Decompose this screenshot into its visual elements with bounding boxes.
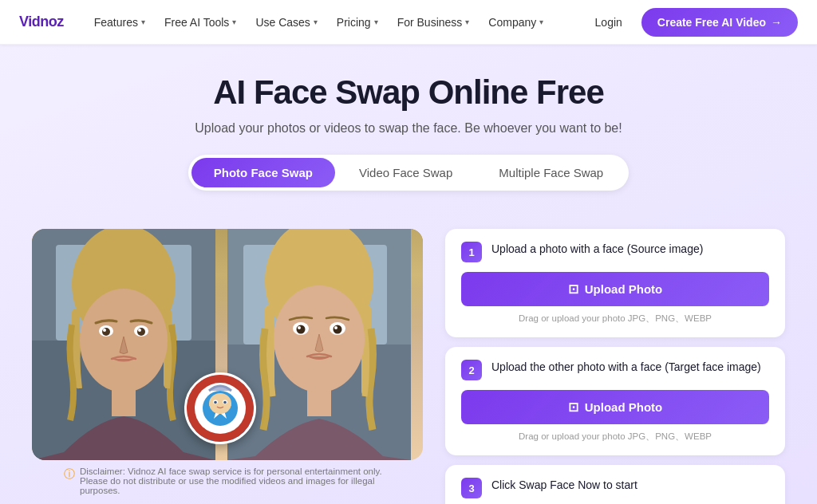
nav-right: Login Create Free AI Video → <box>586 8 798 37</box>
upload-icon: ⊡ <box>568 400 578 415</box>
portrait-overlay <box>184 372 256 444</box>
svg-point-12 <box>103 329 106 332</box>
svg-point-26 <box>334 325 342 334</box>
face-swap-demo-image: ↷ <box>32 229 423 460</box>
arrow-icon: → <box>771 16 782 29</box>
svg-point-10 <box>102 328 110 336</box>
tab-photo-face-swap[interactable]: Photo Face Swap <box>191 158 335 187</box>
step-3-header: 3 Click Swap Face Now to start <box>461 478 769 498</box>
step-2-number: 2 <box>461 360 482 380</box>
upload-icon: ⊡ <box>568 282 578 297</box>
step-2-header: 2 Upload the other photo with a face (Ta… <box>461 360 769 380</box>
upload-hint-2: Drag or upload your photo JPG、PNG、WEBP <box>461 431 769 443</box>
hero-subtitle: Upload your photos or videos to swap the… <box>16 121 801 136</box>
chevron-down-icon: ▾ <box>141 18 145 26</box>
create-free-ai-video-button[interactable]: Create Free AI Video → <box>641 8 798 37</box>
upload-hint-1: Drag or upload your photo JPG、PNG、WEBP <box>461 313 769 325</box>
svg-rect-29 <box>307 383 331 416</box>
upload-photo-source-button[interactable]: ⊡ Upload Photo <box>461 272 769 306</box>
nav-items: Features ▾ Free AI Tools ▾ Use Cases ▾ P… <box>86 11 586 33</box>
svg-point-37 <box>214 401 217 404</box>
svg-rect-14 <box>112 384 136 416</box>
nav-item-pricing[interactable]: Pricing ▾ <box>329 11 386 33</box>
tab-multiple-face-swap[interactable]: Multiple Face Swap <box>476 158 626 187</box>
nav-item-free-ai-tools[interactable]: Free AI Tools ▾ <box>156 11 244 33</box>
hero-section: AI Face Swap Online Free Upload your pho… <box>0 45 817 229</box>
tabs: Photo Face Swap Video Face Swap Multiple… <box>188 155 629 191</box>
chevron-down-icon: ▾ <box>232 18 236 26</box>
tab-video-face-swap[interactable]: Video Face Swap <box>337 158 475 187</box>
page-title: AI Face Swap Online Free <box>16 73 801 112</box>
nav-item-for-business[interactable]: For Business ▾ <box>389 11 478 33</box>
step-3-title: Click Swap Face Now to start <box>491 478 637 494</box>
step-3-card: 3 Click Swap Face Now to start Swap Face… <box>445 465 785 504</box>
svg-point-25 <box>297 325 306 334</box>
step-3-number: 3 <box>461 478 482 498</box>
svg-point-38 <box>223 401 227 404</box>
chevron-down-icon: ▾ <box>539 18 543 26</box>
svg-point-13 <box>138 329 141 332</box>
main-content: ↷ <box>0 229 817 504</box>
nav-logo[interactable]: Vidnoz <box>19 14 64 30</box>
login-button[interactable]: Login <box>586 11 632 33</box>
chevron-down-icon: ▾ <box>314 18 318 26</box>
image-panel: ↷ <box>32 229 423 502</box>
disclaimer-text: Disclaimer: Vidnoz AI face swap service … <box>80 467 391 495</box>
upload-photo-target-button[interactable]: ⊡ Upload Photo <box>461 390 769 424</box>
step-1-header: 1 Upload a photo with a face (Source ima… <box>461 242 769 262</box>
svg-point-11 <box>137 328 145 336</box>
nav-item-company[interactable]: Company ▾ <box>480 11 551 33</box>
tabs-container: Photo Face Swap Video Face Swap Multiple… <box>16 155 801 191</box>
step-1-card: 1 Upload a photo with a face (Source ima… <box>445 229 785 337</box>
nav-item-use-cases[interactable]: Use Cases ▾ <box>247 11 325 33</box>
navbar: Vidnoz Features ▾ Free AI Tools ▾ Use Ca… <box>0 0 817 45</box>
info-icon: ⓘ <box>64 467 75 482</box>
step-1-title: Upload a photo with a face (Source image… <box>491 242 703 258</box>
step-1-number: 1 <box>461 242 482 262</box>
steps-panel: 1 Upload a photo with a face (Source ima… <box>445 229 785 504</box>
svg-point-28 <box>334 326 337 329</box>
target-face <box>227 229 423 460</box>
chevron-down-icon: ▾ <box>374 18 378 26</box>
step-2-title: Upload the other photo with a face (Targ… <box>491 360 761 376</box>
svg-point-27 <box>298 326 301 329</box>
chevron-down-icon: ▾ <box>465 18 469 26</box>
disclaimer: ⓘ Disclaimer: Vidnoz AI face swap servic… <box>32 460 423 502</box>
step-2-card: 2 Upload the other photo with a face (Ta… <box>445 347 785 455</box>
nav-item-features[interactable]: Features ▾ <box>86 11 153 33</box>
svg-point-34 <box>209 393 231 414</box>
